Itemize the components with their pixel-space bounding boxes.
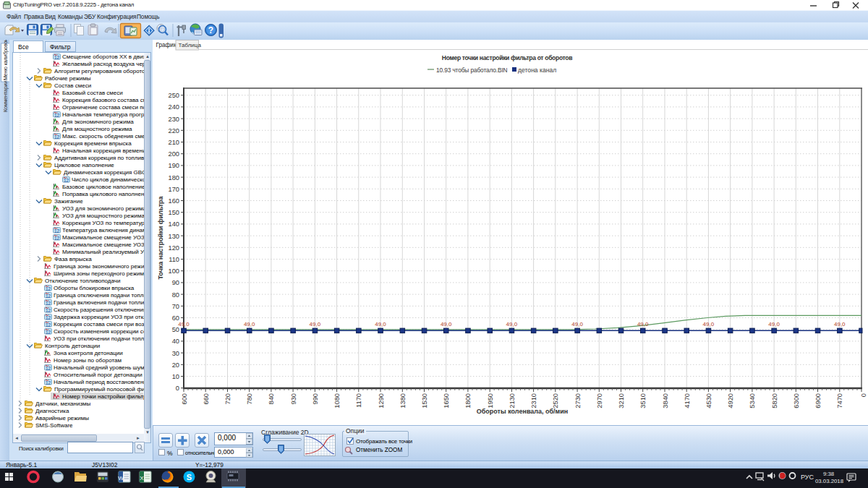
- svg-text:12: 12: [46, 301, 51, 306]
- svg-text:240: 240: [168, 103, 179, 111]
- svg-text:12: 12: [46, 315, 51, 320]
- svg-text:230: 230: [168, 116, 179, 123]
- svg-text:30: 30: [172, 350, 179, 357]
- svg-text:600: 600: [181, 393, 188, 405]
- svg-text:1290: 1290: [378, 393, 385, 408]
- svg-text:12: 12: [54, 228, 60, 234]
- svg-text:20: 20: [172, 361, 179, 369]
- svg-text:Обороты блокировки впрыска: Обороты блокировки впрыска: [54, 285, 135, 291]
- svg-text:Граница зоны экономичного режи: Граница зоны экономичного режима: [54, 263, 144, 270]
- svg-text:49,0: 49,0: [375, 321, 386, 328]
- svg-text:3840: 3840: [662, 393, 669, 408]
- svg-text:Состав смеси: Состав смеси: [54, 82, 91, 89]
- svg-text:Цикловое наполнение: Цикловое наполнение: [54, 162, 114, 168]
- svg-text:100: 100: [168, 267, 179, 275]
- svg-text:49,0: 49,0: [834, 321, 846, 328]
- svg-text:Аварийные режимы: Аварийные режимы: [35, 415, 89, 421]
- svg-text:1650: 1650: [443, 393, 450, 408]
- svg-text:250: 250: [168, 92, 179, 99]
- svg-text:1080: 1080: [333, 393, 341, 408]
- svg-text:График: График: [156, 42, 176, 48]
- svg-text:Номер зоны по оборотам: Номер зоны по оборотам: [54, 357, 122, 364]
- svg-text:X: X: [140, 475, 144, 481]
- svg-text:Смещение оборотов ХХ в движени: Смещение оборотов ХХ в движени: [62, 53, 144, 60]
- svg-text:1950: 1950: [487, 393, 494, 408]
- svg-text:Для экономичного режима: Для экономичного режима: [62, 119, 134, 125]
- svg-text:110: 110: [169, 256, 179, 263]
- svg-text:Начальный средний уровень шума: Начальный средний уровень шума: [54, 364, 144, 371]
- svg-text:200: 200: [168, 150, 179, 158]
- svg-text:5820: 5820: [771, 393, 778, 408]
- svg-text:12: 12: [46, 286, 51, 291]
- svg-text:10: 10: [172, 373, 179, 380]
- svg-text:Начальная температура прогрето: Начальная температура прогрето: [62, 111, 144, 118]
- svg-text:49,0: 49,0: [244, 321, 255, 328]
- svg-text:Рабочие режимы: Рабочие режимы: [45, 75, 91, 82]
- svg-text:720: 720: [224, 393, 231, 405]
- svg-text:1800: 1800: [464, 393, 472, 408]
- svg-text:Граница включения подачи топли: Граница включения подачи топлива: [54, 299, 144, 306]
- svg-text:Относительный порог детонации: Относительный порог детонации: [54, 372, 142, 378]
- svg-text:Номер точки настройки фильтра: Номер точки настройки фильтра от оборото…: [442, 54, 572, 61]
- svg-text:Базовый состав смеси: Базовый состав смеси: [62, 90, 123, 96]
- svg-text:2970: 2970: [596, 393, 603, 408]
- svg-text:4920: 4920: [727, 393, 734, 408]
- svg-text:49,0: 49,0: [506, 321, 518, 328]
- svg-text:12: 12: [46, 308, 51, 313]
- svg-text:Комментарии: Комментарии: [2, 81, 9, 112]
- svg-text:2310: 2310: [530, 393, 537, 408]
- svg-text:170: 170: [168, 186, 179, 193]
- svg-text:Коррекция времени впрыска: Коррекция времени впрыска: [54, 140, 132, 147]
- svg-text:Начальный период восстановлени: Начальный период восстановления У: [54, 379, 144, 385]
- svg-text:2520: 2520: [552, 393, 559, 408]
- svg-text:140: 140: [168, 221, 179, 228]
- svg-text:Коррекция базового состава сме: Коррекция базового состава смес: [62, 97, 144, 103]
- svg-text:Коррекция УОЗ по температуре: Коррекция УОЗ по температуре: [62, 220, 144, 226]
- svg-text:40: 40: [172, 338, 179, 345]
- svg-text:220: 220: [168, 127, 179, 134]
- svg-text:Контроль детонации: Контроль детонации: [45, 343, 100, 349]
- svg-text:Таблица: Таблица: [179, 42, 202, 48]
- svg-text:Базовое цикловое наполнение: Базовое цикловое наполнение: [62, 184, 144, 190]
- svg-text:1380: 1380: [399, 393, 407, 408]
- svg-text:УОЗ при отключении подачи топл: УОЗ при отключении подачи топлив: [54, 335, 144, 342]
- svg-text:Зона контроля детонации: Зона контроля детонации: [54, 350, 123, 356]
- svg-text:120: 120: [168, 244, 179, 252]
- svg-text:Скорость изменения коррекции с: Скорость изменения коррекции сост: [54, 328, 144, 335]
- svg-text:3210: 3210: [618, 393, 625, 408]
- svg-text:Номер точки настройки фильтра: Номер точки настройки фильтра о: [62, 393, 144, 400]
- svg-text:210: 210: [168, 139, 179, 146]
- svg-text:7470: 7470: [836, 393, 843, 408]
- svg-text:Граница отключения подачи топл: Граница отключения подачи топлива: [54, 292, 144, 299]
- svg-text:49,0: 49,0: [441, 321, 452, 328]
- svg-text:УОЗ для экономичного режима: УОЗ для экономичного режима: [62, 205, 144, 212]
- svg-text:12: 12: [54, 134, 60, 140]
- svg-text:12: 12: [54, 55, 60, 60]
- svg-text:49,0: 49,0: [703, 321, 715, 328]
- svg-text:2730: 2730: [574, 393, 582, 408]
- svg-text:4530: 4530: [705, 393, 712, 408]
- svg-text:Минимальный реализуемый УОЗ: Минимальный реализуемый УОЗ: [62, 249, 144, 255]
- svg-text:Поправка циклового наполнения: Поправка циклового наполнения: [62, 191, 144, 197]
- svg-text:12: 12: [46, 330, 51, 335]
- svg-text:6300: 6300: [793, 393, 800, 408]
- svg-text:детона канал: детона канал: [518, 67, 556, 74]
- svg-text:Отключение топливоподачи: Отключение топливоподачи: [45, 278, 120, 284]
- svg-text:1530: 1530: [421, 393, 428, 408]
- svg-text:80: 80: [172, 291, 179, 299]
- svg-text:12: 12: [46, 294, 51, 299]
- svg-text:Максимальное смещение УОЗ при: Максимальное смещение УОЗ при: [62, 241, 144, 248]
- svg-text:180: 180: [168, 174, 179, 181]
- svg-text:49,0: 49,0: [178, 321, 190, 328]
- svg-text:12: 12: [46, 366, 51, 371]
- svg-text:Аддитивная коррекция по топлив: Аддитивная коррекция по топливной: [54, 155, 144, 161]
- svg-text:0: 0: [860, 393, 867, 397]
- svg-text:12: 12: [54, 236, 60, 241]
- svg-text:930: 930: [290, 393, 297, 405]
- svg-text:160: 160: [168, 197, 179, 205]
- svg-text:Датчики, механизмы: Датчики, механизмы: [35, 401, 91, 407]
- svg-text:Для мощностного режима: Для мощностного режима: [62, 126, 132, 132]
- svg-text:3510: 3510: [639, 393, 647, 408]
- svg-text:150: 150: [168, 209, 179, 216]
- svg-text:Температура включения динамич: Температура включения динамич: [62, 227, 144, 234]
